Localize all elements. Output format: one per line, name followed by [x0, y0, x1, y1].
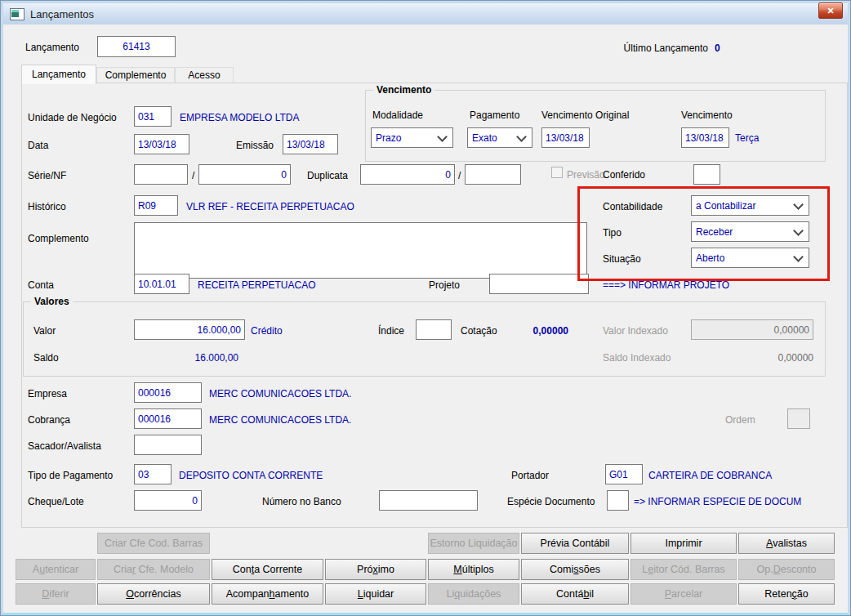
emissao-input[interactable]	[283, 134, 338, 154]
conta-desc: RECEITA PERPETUACAO	[198, 279, 315, 292]
numero-banco-label: Número no Banco	[262, 496, 341, 508]
complemento-textarea[interactable]	[134, 222, 587, 279]
tipo-pagamento-input[interactable]	[134, 464, 172, 484]
valor-indexado-input	[691, 319, 813, 340]
lancamento-number-input[interactable]	[97, 36, 176, 57]
vencimento-original-input[interactable]	[541, 127, 590, 148]
lancamento-number-label: Lançamento	[25, 42, 79, 54]
unidade-negocio-input[interactable]	[134, 106, 172, 127]
cobranca-input[interactable]	[134, 408, 202, 429]
tab-complemento[interactable]: Complemento	[96, 67, 175, 83]
button-estorno-liquidacao: Estorno Liquidação	[428, 533, 519, 554]
modalidade-label: Modalidade	[372, 109, 423, 122]
pagamento-select[interactable]: Exato	[467, 127, 532, 148]
contabilidade-label: Contabilidade	[603, 201, 662, 213]
button-contabil[interactable]: Contábil	[521, 583, 629, 605]
previsao-checkbox	[551, 167, 563, 178]
tab-lancamento[interactable]: Lançamento	[21, 65, 96, 84]
vencimento-group-title: Vencimento	[373, 84, 434, 96]
indice-input[interactable]	[416, 319, 452, 340]
complemento-label: Complemento	[28, 233, 89, 245]
emissao-label: Emissão	[236, 140, 274, 152]
tab-acesso[interactable]: Acesso	[175, 67, 234, 83]
portador-label: Portador	[511, 470, 549, 482]
serie-input[interactable]	[134, 164, 188, 185]
button-criar-cfe-modelo: Criar Cfe. Modelo	[97, 559, 210, 580]
especie-documento-hint: => INFORMAR ESPECIE DE DOCUM	[634, 496, 801, 508]
vencimento-weekday: Terça	[735, 132, 759, 145]
button-diferir: Diferir	[16, 583, 96, 605]
button-proximo[interactable]: Próximo	[325, 559, 426, 580]
situacao-select[interactable]: Aberto	[691, 248, 809, 268]
tipo-select[interactable]: Receber	[691, 221, 809, 242]
ordem-label: Ordem	[725, 414, 755, 426]
sacador-avalista-label: Sacador/Avalista	[28, 440, 101, 453]
chevron-down-icon	[437, 132, 448, 142]
data-label: Data	[28, 140, 48, 152]
button-parcelar: Parcelar	[630, 583, 737, 605]
empresa-desc: MERC COMUNICACOES LTDA.	[209, 388, 351, 400]
especie-documento-input[interactable]	[607, 490, 629, 511]
vencimento-original-label: Vencimento Original	[541, 109, 629, 122]
button-liquidar[interactable]: Liquidar	[325, 583, 426, 605]
historico-input[interactable]	[134, 195, 178, 216]
valor-indexado-label: Valor Indexado	[603, 325, 668, 337]
serie-nf-label: Série/NF	[28, 170, 66, 182]
valores-group-title: Valores	[31, 296, 73, 307]
unidade-negocio-desc: EMPRESA MODELO LTDA	[180, 112, 299, 124]
button-imprimir[interactable]: Imprimir	[630, 533, 737, 554]
previsao-label: Previsão	[567, 169, 605, 181]
valor-input[interactable]	[134, 319, 245, 340]
button-retencao[interactable]: Retenção	[738, 583, 835, 605]
duplicata-parcela-input[interactable]	[465, 164, 521, 185]
button-liquidacoes: Liquidações	[428, 583, 519, 605]
button-multiplos[interactable]: Múltiplos	[428, 559, 519, 580]
historico-label: Histórico	[28, 201, 66, 213]
button-avalistas[interactable]: Avalistas	[738, 533, 835, 554]
valor-label: Valor	[33, 325, 56, 337]
duplicata-input[interactable]	[360, 164, 455, 185]
contabilidade-select[interactable]: a Contabilizar	[691, 195, 809, 216]
button-acompanhamento[interactable]: Acompanhamento	[212, 583, 323, 605]
tipo-pagamento-label: Tipo de Pagamento	[28, 470, 113, 482]
conferido-label: Conferido	[603, 169, 645, 181]
portador-desc: CARTEIRA DE COBRANCA	[648, 470, 772, 482]
conta-input[interactable]	[134, 274, 189, 294]
button-previa-contabil[interactable]: Prévia Contábil	[521, 533, 629, 554]
sacador-avalista-input[interactable]	[134, 435, 202, 455]
cobranca-desc: MERC COMUNICACOES LTDA.	[209, 414, 351, 426]
data-input[interactable]	[134, 134, 189, 154]
cheque-lote-input[interactable]	[134, 490, 202, 511]
projeto-input[interactable]	[489, 274, 589, 294]
empresa-input[interactable]	[134, 382, 202, 403]
duplicata-label: Duplicata	[307, 170, 348, 182]
vencimento-input[interactable]	[681, 127, 729, 148]
lancamentos-window: Lançamentos ✕ Lançamento Último Lançamen…	[0, 0, 851, 616]
saldo-value: 16.000,00	[131, 352, 238, 364]
button-conta-corrente[interactable]: Conta Corrente	[212, 559, 323, 580]
historico-desc: VLR REF - RECEITA PERPETUACAO	[186, 201, 354, 213]
portador-input[interactable]	[605, 464, 643, 484]
vencimento-label: Vencimento	[681, 109, 733, 122]
button-criar-cfe-cod-barras: Criar Cfe Cod. Barras	[97, 533, 210, 554]
pagamento-label: Pagamento	[470, 109, 519, 122]
indice-label: Índice	[378, 325, 404, 337]
conferido-input[interactable]	[693, 164, 720, 185]
ultimo-lancamento-label: Último Lançamento	[573, 42, 708, 55]
projeto-label: Projeto	[429, 279, 460, 292]
numero-banco-input[interactable]	[379, 490, 478, 511]
modalidade-select[interactable]: Prazo	[371, 127, 453, 148]
nf-input[interactable]	[198, 164, 291, 185]
button-ocorrencias[interactable]: Ocorrências	[97, 583, 210, 605]
cobranca-label: Cobrança	[28, 414, 70, 426]
app-icon	[10, 8, 25, 20]
button-leitor-cod-barras: Leitor Cód. Barras	[630, 559, 737, 580]
close-button[interactable]: ✕	[818, 2, 843, 19]
button-comissoes[interactable]: Comissões	[521, 559, 629, 580]
saldo-indexado-label: Saldo Indexado	[603, 352, 671, 364]
ordem-input	[787, 408, 810, 429]
duplicata-separator: /	[458, 170, 461, 182]
chevron-down-icon	[793, 199, 804, 210]
chevron-down-icon	[793, 252, 804, 262]
chevron-down-icon	[516, 132, 527, 142]
